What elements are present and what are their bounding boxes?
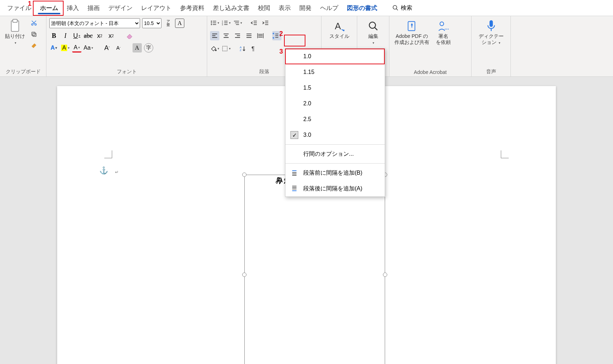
- sort-button[interactable]: AZ: [238, 44, 247, 53]
- tab-draw[interactable]: 描画: [83, 1, 104, 15]
- add-space-after[interactable]: 段落後に間隔を追加(A): [285, 181, 385, 196]
- resize-handle[interactable]: [383, 273, 387, 277]
- group-voice: ディクテー ション ▾ 音声: [472, 16, 511, 76]
- align-center-button[interactable]: [221, 31, 231, 40]
- svg-point-14: [211, 24, 212, 25]
- font-name-select[interactable]: 游明朝 (本文のフォント - 日本: [49, 18, 140, 28]
- cut-button[interactable]: [29, 18, 39, 28]
- tab-review[interactable]: 校閲: [254, 1, 274, 15]
- tab-developer[interactable]: 開発: [295, 1, 316, 15]
- change-case-button[interactable]: Aa▾: [84, 43, 93, 53]
- tab-insert[interactable]: 挿入: [63, 1, 83, 15]
- tab-design[interactable]: デザイン: [104, 1, 137, 15]
- grow-font-button[interactable]: Aˆ: [103, 43, 112, 53]
- svg-point-12: [211, 22, 212, 23]
- borders-button[interactable]: ▾: [221, 44, 231, 53]
- line-spacing-1.0[interactable]: 1.0: [285, 49, 385, 64]
- line-spacing-1.15[interactable]: 1.15: [285, 64, 385, 80]
- tell-me-search[interactable]: 検索: [392, 4, 412, 12]
- character-border-button[interactable]: A: [175, 19, 184, 28]
- align-left-button[interactable]: [210, 31, 219, 40]
- tab-file[interactable]: ファイル: [3, 1, 36, 15]
- line-spacing-options[interactable]: 行間のオプション...: [285, 146, 385, 162]
- group-clipboard-label: クリップボード: [3, 69, 43, 75]
- menu-separator: [285, 144, 385, 145]
- line-spacing-2.0[interactable]: 2.0: [285, 96, 385, 111]
- create-pdf-button[interactable]: Adobe PDF の 作成および共有: [392, 18, 432, 47]
- text-box-shape[interactable]: りんごりんごりんご↵ みかんみかんみかん↵ キウイキウイキウイ↵: [244, 175, 385, 364]
- eraser-icon: [126, 33, 133, 39]
- styles-pane-button[interactable]: A スタイル: [324, 18, 354, 41]
- tab-mailings[interactable]: 差し込み文書: [209, 1, 254, 15]
- phonetic-guide-button[interactable]: ア 亜: [164, 19, 173, 28]
- tab-view[interactable]: 表示: [274, 1, 295, 15]
- italic-button[interactable]: I: [61, 31, 70, 40]
- pilcrow-icon: ¶: [250, 45, 258, 52]
- margin-corner: [501, 150, 509, 158]
- subscript-button[interactable]: x2: [95, 31, 104, 40]
- character-shading-button[interactable]: A: [133, 43, 142, 53]
- highlight-button[interactable]: A ▾: [61, 43, 70, 53]
- numbering-button[interactable]: 123▾: [221, 18, 231, 28]
- show-marks-button[interactable]: ¶: [249, 44, 259, 53]
- bold-button[interactable]: B: [49, 31, 59, 40]
- shading-button[interactable]: ▾: [210, 44, 219, 53]
- tab-help[interactable]: ヘルプ: [316, 1, 343, 15]
- group-acrobat-label: Adobe Acrobat: [392, 69, 468, 75]
- line-spacing-button[interactable]: ▾: [272, 31, 281, 40]
- svg-point-58: [369, 22, 375, 29]
- group-acrobat: Adobe PDF の 作成および共有 署名 を依頼 Adobe Acrobat: [389, 16, 472, 76]
- line-spacing-2.5[interactable]: 2.5: [285, 111, 385, 127]
- outdent-icon: [250, 19, 258, 26]
- add-space-before[interactable]: 段落前に間隔を追加(B): [285, 165, 385, 181]
- align-right-button[interactable]: [233, 31, 242, 40]
- dictate-button[interactable]: ディクテー ション ▾: [474, 18, 508, 47]
- styles-label: スタイル: [329, 33, 349, 39]
- strikethrough-button[interactable]: abc: [84, 31, 93, 40]
- paragraph-mark: ↵: [115, 170, 119, 175]
- clear-formatting-button[interactable]: [125, 31, 134, 40]
- editing-label: 編集: [368, 33, 378, 39]
- svg-text:Z: Z: [240, 49, 241, 52]
- ribbon-tabs: ファイル ホーム 挿入 描画 デザイン レイアウト 参考資料 差し込み文書 校閲…: [0, 0, 613, 16]
- tab-shape-format[interactable]: 図形の書式: [343, 1, 382, 15]
- shrink-font-button[interactable]: Aˇ: [114, 43, 123, 53]
- paintbrush-icon: [31, 43, 37, 49]
- increase-indent-button[interactable]: [261, 18, 270, 28]
- align-left-icon: [211, 32, 218, 39]
- svg-point-62: [440, 22, 444, 26]
- svg-text:A: A: [335, 21, 341, 31]
- editing-button[interactable]: 編集▾: [360, 18, 386, 47]
- decrease-indent-button[interactable]: [249, 18, 259, 28]
- multilevel-list-button[interactable]: ▾: [233, 18, 242, 28]
- numbering-icon: 123: [221, 19, 228, 26]
- format-painter-button[interactable]: [29, 41, 39, 50]
- font-color-button[interactable]: A▾: [72, 43, 81, 53]
- paste-button[interactable]: 貼り付け▾: [3, 18, 27, 47]
- copy-button[interactable]: [29, 30, 39, 39]
- clipboard-icon: [9, 20, 21, 33]
- paint-bucket-icon: [210, 45, 217, 52]
- enclose-characters-button[interactable]: 字: [144, 43, 153, 53]
- justify-button[interactable]: [244, 31, 254, 40]
- sort-icon: AZ: [239, 45, 246, 52]
- tab-references[interactable]: 参考資料: [176, 1, 209, 15]
- svg-rect-9: [32, 32, 35, 35]
- line-spacing-3.0[interactable]: ✓3.0: [285, 127, 385, 143]
- line-spacing-1.5[interactable]: 1.5: [285, 80, 385, 96]
- underline-button[interactable]: U▾: [72, 31, 81, 40]
- distributed-button[interactable]: [256, 31, 265, 40]
- tab-layout[interactable]: レイアウト: [137, 1, 176, 15]
- find-icon: [367, 20, 380, 33]
- resize-handle[interactable]: [242, 273, 246, 277]
- tab-home[interactable]: ホーム: [36, 1, 63, 15]
- group-voice-label: 音声: [474, 69, 508, 75]
- bullets-button[interactable]: ▾: [210, 18, 219, 28]
- svg-point-0: [393, 5, 397, 9]
- request-signature-button[interactable]: 署名 を依頼: [434, 18, 453, 47]
- microphone-icon: [485, 20, 498, 33]
- justify-icon: [245, 32, 253, 39]
- text-effects-button[interactable]: A▾: [49, 43, 59, 53]
- superscript-button[interactable]: x2: [106, 31, 116, 40]
- font-size-select[interactable]: 10.5: [142, 18, 161, 28]
